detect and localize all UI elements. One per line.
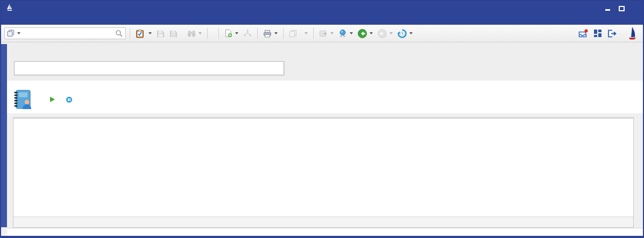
address-book-icon [12, 89, 33, 111]
history-dropdown-caret[interactable] [409, 32, 413, 34]
table-footer [13, 217, 633, 227]
find-button[interactable] [186, 28, 203, 39]
new-document-dropdown-caret[interactable] [235, 32, 238, 34]
application-window [0, 0, 644, 238]
toolbar-separator [257, 28, 258, 39]
panel-action-bar [43, 91, 88, 103]
print-dropdown-caret[interactable] [274, 32, 278, 34]
inbox-icon [578, 29, 589, 38]
forward-arrow-icon [378, 29, 387, 38]
close-button[interactable] [631, 4, 640, 11]
workflow-icon [243, 30, 252, 37]
toolbar-separator [313, 28, 314, 39]
verteiler-table [13, 117, 634, 228]
subphase-container [14, 61, 284, 75]
forward-button[interactable] [376, 27, 394, 40]
phase-breadcrumb [14, 48, 284, 61]
title-bar[interactable] [1, 1, 643, 14]
tiles-button[interactable] [592, 27, 604, 39]
sidebar-collapse-strip[interactable] [1, 44, 7, 227]
copy-stack-icon [289, 30, 297, 38]
sailboat-app-icon [5, 3, 14, 12]
toolbar [1, 25, 643, 42]
new-document-button[interactable] [223, 27, 240, 39]
pause-badge-icon [66, 97, 72, 103]
back-dropdown-caret[interactable] [370, 32, 373, 34]
toolbar-separator [218, 28, 219, 39]
back-button[interactable] [356, 27, 374, 40]
neu-dropdown-caret[interactable] [148, 32, 152, 34]
verteiler-panel-header [7, 81, 643, 113]
maximize-button[interactable] [617, 4, 626, 11]
export-dropdown-caret[interactable] [330, 32, 334, 34]
status-bar [7, 228, 643, 236]
copies-dropdown-caret[interactable] [305, 32, 308, 34]
cursor-logo [626, 26, 638, 40]
toolbar-separator [283, 28, 284, 39]
command-combo[interactable] [4, 27, 126, 39]
logout-button[interactable] [605, 27, 619, 40]
refresh-button[interactable] [211, 32, 215, 35]
toolbar-separator [130, 28, 130, 39]
toolbar-separator [207, 28, 208, 39]
save-button[interactable] [155, 28, 166, 39]
inbox-button[interactable] [576, 27, 590, 40]
binoculars-icon [187, 30, 196, 37]
user-context-button[interactable] [337, 27, 355, 39]
command-input[interactable] [22, 30, 114, 37]
menu-bar [1, 14, 643, 25]
back-arrow-icon [358, 29, 367, 38]
play-badge-icon [50, 97, 55, 102]
clipboard-check-icon [136, 29, 144, 38]
neu-button[interactable] [134, 27, 153, 40]
minimize-button[interactable] [603, 4, 612, 11]
user-globe-icon [338, 29, 347, 38]
content-area [1, 42, 643, 236]
phase-overview-section [7, 42, 643, 81]
workflow-button[interactable] [242, 28, 253, 39]
user-dropdown-caret[interactable] [350, 32, 353, 34]
brand-sailboat-icon [627, 26, 638, 40]
history-clock-icon [398, 29, 407, 38]
printer-icon [263, 30, 272, 38]
command-dropdown-caret[interactable] [17, 32, 20, 34]
copies-button[interactable] [287, 28, 309, 39]
forward-dropdown-caret[interactable] [390, 32, 393, 34]
logout-icon [607, 29, 617, 38]
tiles-icon [593, 29, 602, 38]
layers-icon [7, 30, 15, 37]
search-icon[interactable] [115, 30, 123, 38]
export-button[interactable] [317, 28, 335, 39]
find-dropdown-caret[interactable] [199, 32, 202, 34]
save-icon [157, 30, 165, 38]
history-button[interactable] [396, 27, 414, 40]
delete-button[interactable] [181, 32, 184, 35]
document-plus-icon [224, 29, 232, 38]
print-button[interactable] [261, 28, 279, 39]
gear-double-button[interactable] [76, 91, 88, 103]
table-empty-space [13, 119, 633, 217]
export-icon [319, 30, 328, 38]
save-all-icon [169, 30, 178, 38]
gear-run-button[interactable] [43, 91, 54, 103]
gear-pause-button[interactable] [59, 91, 71, 103]
save-all-button[interactable] [168, 28, 179, 39]
